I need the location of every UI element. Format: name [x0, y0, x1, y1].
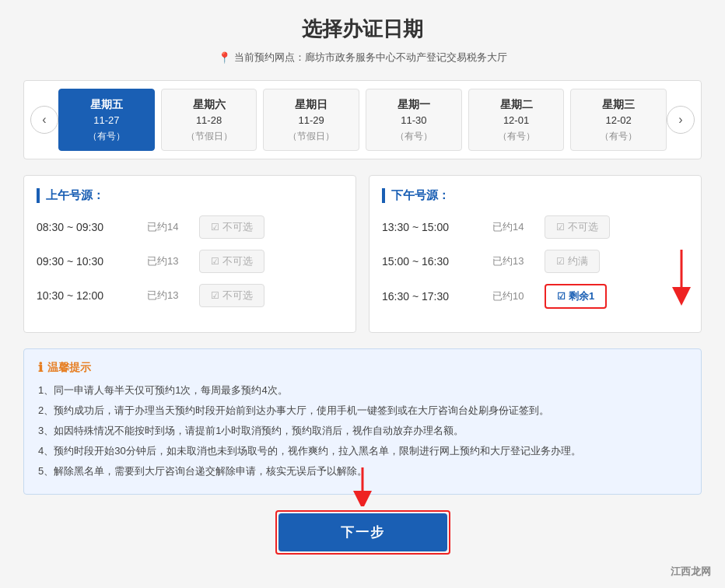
slot-button: ☑ 不可选	[199, 284, 264, 307]
afternoon-slot-row-2: 16:30 ~ 17:30 已约10 ☑ 剩余1	[382, 284, 688, 309]
date-status: （有号）	[574, 129, 663, 144]
date-status: （有号）	[370, 129, 458, 144]
date-status: （节假日）	[267, 129, 355, 144]
afternoon-slots-panel: 下午号源： 13:30 ~ 15:00 已约14 ☑ 不可选 15:00 ~ 1…	[369, 175, 702, 333]
tips-header: ℹ 温馨提示	[38, 360, 687, 375]
date-item-0[interactable]: 星期五 11-27 （有号）	[58, 89, 155, 151]
date-weekday: 星期五	[62, 96, 151, 113]
tips-icon: ℹ	[38, 360, 43, 375]
tips-item-4: 5、解除黑名单，需要到大厅咨询台递交解除申请，核实无误后予以解除。	[38, 464, 687, 480]
watermark: 江西龙网	[671, 565, 711, 579]
date-item-5[interactable]: 星期三 12-02 （有号）	[570, 89, 667, 151]
morning-slot-row-2: 10:30 ~ 12:00 已约13 ☑ 不可选	[37, 284, 343, 307]
slot-time: 08:30 ~ 09:30	[37, 221, 138, 233]
slot-checkbox-icon: ☑	[556, 222, 565, 233]
slot-count: 已约10	[492, 289, 535, 303]
afternoon-slot-row-0: 13:30 ~ 15:00 已约14 ☑ 不可选	[382, 215, 688, 239]
date-item-1[interactable]: 星期六 11-28 （节假日）	[161, 89, 257, 151]
slot-checkbox-icon: ☑	[211, 256, 219, 267]
slot-button: ☑ 不可选	[545, 215, 610, 239]
location-icon: 📍	[218, 51, 231, 64]
slot-button: ☑ 约满	[545, 250, 600, 273]
slot-button: ☑ 不可选	[199, 250, 264, 273]
date-item-3[interactable]: 星期一 11-30 （有号）	[366, 89, 462, 151]
slot-btn-label: 剩余1	[569, 289, 594, 303]
slot-count: 已约14	[147, 220, 190, 234]
afternoon-slot-row-1: 15:00 ~ 16:30 已约13 ☑ 约满	[382, 250, 688, 273]
slot-button[interactable]: ☑ 剩余1	[545, 284, 607, 309]
date-weekday: 星期六	[165, 96, 254, 113]
slot-time: 15:00 ~ 16:30	[382, 255, 483, 268]
date-number: 11-28	[165, 113, 254, 129]
slot-count: 已约13	[147, 289, 190, 303]
slot-button: ☑ 不可选	[199, 215, 264, 239]
date-items: 星期五 11-27 （有号） 星期六 11-28 （节假日） 星期日 11-29…	[58, 89, 667, 151]
slot-time: 10:30 ~ 12:00	[37, 289, 138, 302]
date-number: 11-30	[370, 113, 458, 129]
slot-btn-label: 约满	[568, 254, 588, 268]
prev-arrow[interactable]: ‹	[30, 106, 58, 134]
slot-checkbox-icon: ☑	[556, 256, 565, 267]
slot-count: 已约13	[147, 254, 190, 268]
slot-checkbox-icon: ☑	[211, 290, 219, 301]
date-carousel: ‹ 星期五 11-27 （有号） 星期六 11-28 （节假日） 星期日 11-…	[23, 80, 702, 159]
tips-item-2: 3、如因特殊情况不能按时到场，请提前1小时取消预约，预约取消后，视作自动放弃办理…	[38, 423, 687, 439]
date-status: （有号）	[472, 129, 561, 144]
morning-slot-row-0: 08:30 ~ 09:30 已约14 ☑ 不可选	[37, 215, 343, 239]
next-btn-wrapper: 下一步	[275, 510, 450, 555]
date-item-2[interactable]: 星期日 11-29 （节假日）	[263, 89, 359, 151]
date-number: 11-29	[267, 113, 355, 129]
tips-title: 温馨提示	[47, 361, 91, 375]
date-number: 12-02	[574, 113, 663, 129]
page-title: 选择办证日期	[23, 16, 702, 43]
slot-time: 09:30 ~ 10:30	[37, 255, 138, 268]
tips-item-3: 4、预约时段开始30分钟后，如未取消也未到场取号的，视作爽约，拉入黑名单，限制进…	[38, 443, 687, 460]
tips-item-1: 2、预约成功后，请于办理当天预约时段开始前到达办事大厅，使用手机一键签到或在大厅…	[38, 403, 687, 419]
date-weekday: 星期一	[370, 96, 458, 113]
next-btn-area: 下一步	[23, 510, 702, 555]
slot-checkbox-icon: ☑	[557, 291, 566, 302]
slot-count: 已约13	[492, 254, 535, 268]
slots-container: 上午号源： 08:30 ~ 09:30 已约14 ☑ 不可选 09:30 ~ 1…	[23, 175, 702, 333]
next-button[interactable]: 下一步	[278, 513, 447, 551]
date-status: （有号）	[62, 129, 151, 144]
slot-btn-label: 不可选	[568, 220, 598, 234]
tips-list: 1、同一申请人每半天仅可预约1次，每周最多预约4次。2、预约成功后，请于办理当天…	[38, 383, 687, 479]
slot-count: 已约14	[492, 220, 535, 234]
date-number: 12-01	[472, 113, 561, 129]
location-text: 当前预约网点：廊坊市政务服务中心不动产登记交易税务大厅	[234, 51, 507, 65]
date-status: （节假日）	[165, 129, 254, 144]
slot-btn-label: 不可选	[222, 289, 253, 303]
morning-slots-panel: 上午号源： 08:30 ~ 09:30 已约14 ☑ 不可选 09:30 ~ 1…	[23, 175, 356, 333]
slot-checkbox-icon: ☑	[211, 222, 219, 233]
morning-slot-row-1: 09:30 ~ 10:30 已约13 ☑ 不可选	[37, 250, 343, 273]
date-weekday: 星期三	[574, 96, 663, 113]
tips-section: ℹ 温馨提示 1、同一申请人每半天仅可预约1次，每周最多预约4次。2、预约成功后…	[23, 348, 702, 495]
slot-time: 13:30 ~ 15:00	[382, 221, 483, 233]
location-bar: 📍 当前预约网点：廊坊市政务服务中心不动产登记交易税务大厅	[23, 51, 702, 65]
next-arrow[interactable]: ›	[667, 106, 695, 134]
afternoon-slots-title: 下午号源：	[382, 188, 688, 203]
slot-btn-label: 不可选	[222, 254, 253, 268]
tips-item-0: 1、同一申请人每半天仅可预约1次，每周最多预约4次。	[38, 383, 687, 399]
date-weekday: 星期二	[472, 96, 561, 113]
date-item-4[interactable]: 星期二 12-01 （有号）	[468, 89, 565, 151]
date-number: 11-27	[62, 113, 151, 129]
morning-slots-title: 上午号源：	[37, 188, 343, 203]
slot-btn-label: 不可选	[222, 220, 253, 234]
slot-time: 16:30 ~ 17:30	[382, 290, 483, 303]
date-weekday: 星期日	[267, 96, 355, 113]
